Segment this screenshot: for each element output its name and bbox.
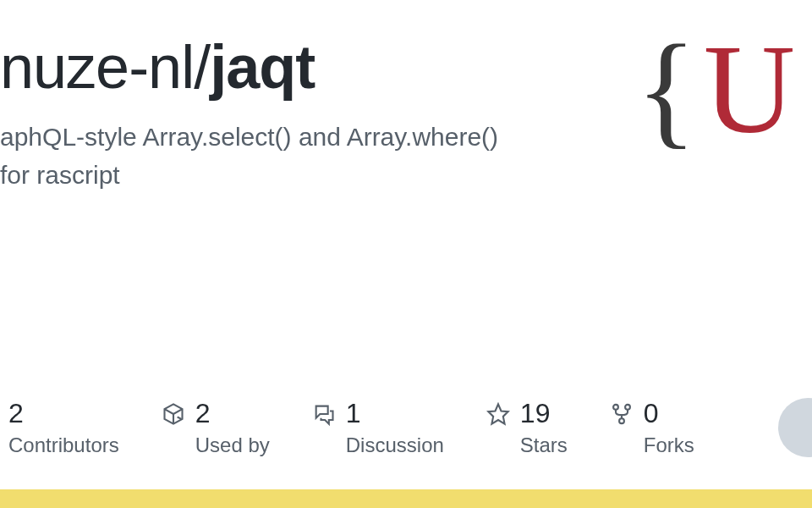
stat-number: 1 [346,399,444,428]
stat-discussions[interactable]: 1 Discussion [312,399,444,457]
stat-number: 2 [8,399,119,428]
stat-label: Discussion [346,433,444,457]
stat-used-by[interactable]: 2 Used by [162,399,270,457]
stat-contributors[interactable]: 2 Contributors [8,399,119,457]
stat-number: 0 [644,399,694,428]
stat-stars[interactable]: 19 Stars [486,399,568,457]
title-section: nuze-nl/jaqt aphQL-style Array.select() … [0,34,636,194]
stats-bar: 2 Contributors 2 Used by 1 Discussion [0,399,812,457]
repo-logo: {U [636,25,795,152]
repo-name: jaqt [210,33,315,101]
language-bar [0,489,812,508]
stat-forks[interactable]: 0 Forks [610,399,694,457]
repo-owner: nuze-nl/ [0,33,210,101]
stat-number: 2 [195,399,270,428]
repo-description: aphQL-style Array.select() and Array.whe… [0,118,508,194]
logo-letter: U [704,25,795,152]
svg-point-0 [613,405,618,410]
stat-label: Contributors [8,433,119,457]
package-icon [162,402,185,426]
stat-number: 19 [520,399,568,428]
svg-point-2 [619,418,624,423]
stat-label: Stars [520,433,568,457]
svg-point-1 [625,405,630,410]
stat-label: Forks [644,433,694,457]
star-icon [486,402,510,426]
fork-icon [610,402,634,426]
comment-discussion-icon [312,402,336,426]
repo-card: nuze-nl/jaqt aphQL-style Array.select() … [0,0,812,508]
logo-brace: { [636,25,697,152]
header: nuze-nl/jaqt aphQL-style Array.select() … [0,34,812,194]
repo-title[interactable]: nuze-nl/jaqt [0,34,636,101]
stat-label: Used by [195,433,270,457]
